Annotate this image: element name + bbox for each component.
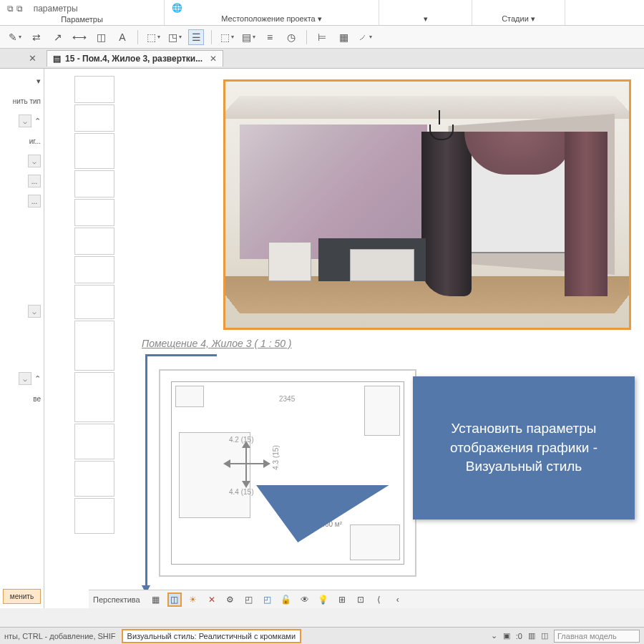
box-icon[interactable]: ⬚ <box>145 29 161 45</box>
view-control-bar: Перспектива ▦ ◫ ☀ ✕ ⚙ ◰ ◰ 🔓 👁 💡 ⊞ ⊡ ⟨ ‹ <box>89 590 644 608</box>
sun-path-icon[interactable]: ☀ <box>186 592 200 607</box>
dropdown-arrow-icon[interactable]: ⌄ <box>491 631 497 640</box>
render-settings-icon[interactable]: ⚙ <box>223 592 238 607</box>
temp-hide-icon[interactable]: 👁 <box>298 592 312 607</box>
select-mode-icon[interactable]: ▣ <box>503 631 510 640</box>
model-name-field[interactable] <box>554 630 640 643</box>
callout-text: Установить параметры отображения графики… <box>427 419 620 477</box>
panel-dropdown[interactable]: ▾ <box>3 73 41 89</box>
ribbon: ⧉ ⧉ параметры Параметры 🌐 Местоположение… <box>0 0 644 26</box>
apply-button[interactable]: менить <box>3 589 41 604</box>
ribbon-group-location: 🌐 Местоположение проекта ▾ <box>165 0 379 25</box>
shadows-icon[interactable]: ✕ <box>205 592 219 607</box>
thin-lines-icon[interactable]: ≡ <box>262 29 278 45</box>
scroll-left-icon[interactable]: ‹ <box>391 592 405 607</box>
tag-icon[interactable]: ◫ <box>93 29 109 45</box>
edit-type-link[interactable]: нить тип <box>3 93 41 109</box>
filter-status-icon[interactable]: ▥ <box>528 631 535 640</box>
show-hidden-icon[interactable]: ◷ <box>283 29 299 45</box>
document-tabs: ✕ ▤ 15 - Пом.4, Жилое 3, развертки... ✕ <box>0 49 644 69</box>
copy-icon[interactable]: ⧉ <box>7 4 14 14</box>
visual-style-icon[interactable]: ◫ <box>167 592 182 607</box>
reveal-constraints-icon[interactable]: ⊡ <box>353 592 368 607</box>
expand-btn-5[interactable]: ⌵ <box>28 305 41 318</box>
ribbon-group-phases: Стадии ▾ <box>472 0 565 25</box>
expand-btn-2[interactable]: ⌵ <box>28 155 41 167</box>
dim-1: 4.2 (15) <box>229 436 253 444</box>
ribbon-subtext: параметры <box>34 4 78 14</box>
chandelier-icon <box>426 110 454 146</box>
view-caption: Помещение 4, Жилое 3 ( 1 : 50 ) <box>142 338 292 349</box>
unlock-icon[interactable]: 🔓 <box>279 592 293 607</box>
expand-btn-6[interactable]: ⌵ <box>19 372 31 385</box>
annotation-arrow-h <box>145 354 217 356</box>
modify-icon[interactable]: ✎ <box>7 29 23 45</box>
model-group-icon[interactable]: ◫ <box>541 631 548 640</box>
drawing-canvas[interactable]: Помещение 4, Жилое 3 ( 1 : 50 ) 2345 4.2… <box>44 69 644 608</box>
expand-btn-4[interactable]: ... <box>28 195 41 208</box>
reveal-icon[interactable]: 💡 <box>316 592 331 607</box>
paste-icon[interactable]: ⧉ <box>16 4 23 14</box>
ve-row: ве <box>3 391 41 406</box>
filter-icon[interactable]: ▤ <box>240 29 256 45</box>
active-tab[interactable]: ▤ 15 - Пом.4, Жилое 3, развертки... ✕ <box>47 50 223 67</box>
expand-btn-1[interactable]: ⌵ <box>19 114 31 127</box>
sheet-grid-strip <box>74 76 114 577</box>
sheet-icon: ▤ <box>53 54 61 64</box>
worksharing-icon[interactable]: ⊞ <box>335 592 349 607</box>
quick-toolbar: ✎ ⇄ ↗ ⟷ ◫ A ⬚ ◳ ☰ ⬚ ▤ ≡ ◷ ⊨ ▦ ⟋ <box>0 26 644 49</box>
status-bar: нты, CTRL - добавление, SHIF Визуальный … <box>0 627 644 644</box>
dim-2: 4.3 (15) <box>272 445 280 469</box>
properties-icon[interactable]: ☰ <box>188 29 204 45</box>
annotation-arrow <box>145 355 147 592</box>
pattern-icon[interactable]: ▦ <box>336 29 351 45</box>
properties-panel: ▾ нить тип ⌵⌃ иг... ⌵ ... ... ⌵ ⌵⌃ ве ме… <box>0 69 44 608</box>
status-hint: нты, CTRL - добавление, SHIF <box>4 632 116 640</box>
select-icon[interactable]: ⬚ <box>219 29 235 45</box>
align-icon[interactable]: ⊨ <box>314 29 330 45</box>
graphic-display-icon[interactable]: ▦ <box>149 592 163 607</box>
dimension-icon[interactable]: ⟷ <box>72 29 87 45</box>
crop-icon[interactable]: ◰ <box>242 592 256 607</box>
expand-btn-3[interactable]: ... <box>28 175 41 187</box>
dim-top: 2345 <box>279 395 295 403</box>
floor-plan: 2345 4.2 (15) 4.3 (15) 4.4 (15) 4 13.60 … <box>159 369 416 577</box>
move-cross-icon <box>229 447 265 482</box>
ribbon-label-phases: Стадии ▾ <box>479 13 557 24</box>
ribbon-group-middle: ▾ <box>379 0 472 25</box>
text-icon[interactable]: A <box>114 29 130 45</box>
ribbon-label-parameters: Параметры <box>7 14 157 24</box>
globe-icon[interactable]: 🌐 <box>172 3 182 13</box>
tab-title: 15 - Пом.4, Жилое 3, развертки... <box>65 54 203 64</box>
render-preview <box>223 79 631 330</box>
config-row[interactable]: иг... <box>3 133 41 149</box>
chain-icon[interactable]: ⇄ <box>29 29 44 45</box>
ribbon-group-parameters: ⧉ ⧉ параметры Параметры <box>0 0 165 25</box>
cube-icon[interactable]: ◳ <box>167 29 182 45</box>
workspace: ▾ нить тип ⌵⌃ иг... ⌵ ... ... ⌵ ⌵⌃ ве ме… <box>0 69 644 608</box>
close-tab-icon[interactable]: ✕ <box>210 54 217 64</box>
ribbon-label-location: Местоположение проекта ▾ <box>172 13 371 24</box>
close-left-tab[interactable]: ✕ <box>29 53 36 64</box>
measure-icon[interactable]: ⟋ <box>357 29 373 45</box>
leader-icon[interactable]: ↗ <box>50 29 66 45</box>
crop-extents-icon[interactable]: ⟨ <box>372 592 386 607</box>
annotation-callout: Установить параметры отображения графики… <box>413 376 635 519</box>
crop-region-icon[interactable]: ◰ <box>260 592 275 607</box>
view-mode-label: Перспектива <box>93 595 140 604</box>
scale-value: :0 <box>516 632 522 640</box>
visual-style-tooltip: Визуальный стиль: Реалистичный с кромкам… <box>122 629 301 643</box>
